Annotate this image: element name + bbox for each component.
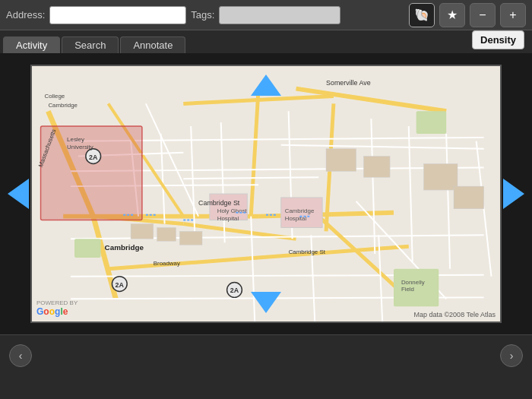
google-logo: POWERED BY Google	[36, 298, 78, 317]
next-icon: ›	[510, 350, 514, 362]
map-svg: 2A 2A 2A Cambridge Cambridge St Somervil…	[32, 66, 500, 321]
svg-text:Broadway: Broadway	[154, 260, 180, 267]
svg-text:Field: Field	[401, 286, 414, 293]
tab-activity[interactable]: Activity	[3, 36, 60, 53]
map-nav-bottom[interactable]	[255, 287, 277, 318]
svg-rect-50	[454, 186, 484, 209]
tags-input[interactable]	[219, 6, 340, 24]
map-copyright: Map data ©2008 Tele Atlas	[413, 311, 496, 318]
svg-rect-49	[424, 163, 458, 190]
prev-button[interactable]: ‹	[9, 344, 32, 367]
svg-text:2A: 2A	[116, 281, 125, 289]
bottom-bar: ‹ ›	[0, 334, 532, 376]
map-image[interactable]: 2A 2A 2A Cambridge Cambridge St Somervil…	[30, 65, 502, 323]
next-button[interactable]: ›	[500, 344, 523, 367]
svg-text:Cambridge St: Cambridge St	[198, 199, 240, 207]
prev-icon: ‹	[19, 350, 23, 362]
svg-text:Cambridge: Cambridge	[48, 102, 78, 109]
svg-rect-47	[326, 149, 356, 172]
minus-icon: −	[479, 8, 486, 22]
svg-text:University: University	[67, 144, 93, 150]
svg-text:College: College	[44, 93, 65, 100]
svg-text:Donnelly: Donnelly	[401, 279, 425, 286]
zoom-out-button[interactable]: −	[470, 3, 496, 27]
svg-text:Holy Ghost: Holy Ghost	[217, 207, 248, 214]
map-nav-top[interactable]	[255, 70, 277, 100]
star-button[interactable]: ★	[439, 3, 465, 27]
svg-rect-45	[157, 227, 176, 241]
address-input[interactable]	[49, 6, 186, 24]
density-icon-button[interactable]: 🐚	[409, 3, 435, 27]
svg-text:2A: 2A	[230, 287, 239, 294]
svg-text:Lesley: Lesley	[67, 136, 84, 143]
zoom-in-button[interactable]: +	[500, 3, 526, 27]
svg-text:Cambridge: Cambridge	[105, 243, 144, 252]
svg-rect-39	[416, 111, 447, 134]
svg-text:Hospital: Hospital	[217, 215, 239, 222]
plus-icon: +	[509, 8, 516, 22]
nav-tabs: Activity Search Annotate	[0, 30, 532, 53]
tab-search[interactable]: Search	[62, 36, 119, 53]
svg-rect-41	[41, 126, 142, 220]
toolbar: Address: Tags: 🐚 ★ − +	[0, 0, 532, 30]
svg-text:Hospital: Hospital	[285, 215, 307, 222]
tab-annotate[interactable]: Annotate	[120, 36, 185, 53]
svg-text:2A: 2A	[89, 154, 98, 161]
map-container: 2A 2A 2A Cambridge Cambridge St Somervil…	[0, 53, 532, 334]
tags-label: Tags:	[191, 9, 214, 21]
svg-rect-46	[179, 231, 202, 245]
address-label: Address:	[6, 9, 45, 21]
svg-rect-44	[131, 224, 154, 239]
svg-text:Cambridge: Cambridge	[285, 207, 315, 214]
density-icon: 🐚	[414, 8, 429, 22]
svg-rect-48	[363, 157, 390, 178]
density-tooltip: Density	[472, 30, 524, 49]
svg-text:Cambridge St: Cambridge St	[289, 249, 326, 255]
svg-text:Somerville Ave: Somerville Ave	[326, 79, 371, 87]
star-icon: ★	[447, 8, 458, 22]
map-nav-right[interactable]	[503, 179, 524, 209]
map-nav-left[interactable]	[8, 179, 29, 209]
svg-rect-40	[74, 239, 101, 258]
